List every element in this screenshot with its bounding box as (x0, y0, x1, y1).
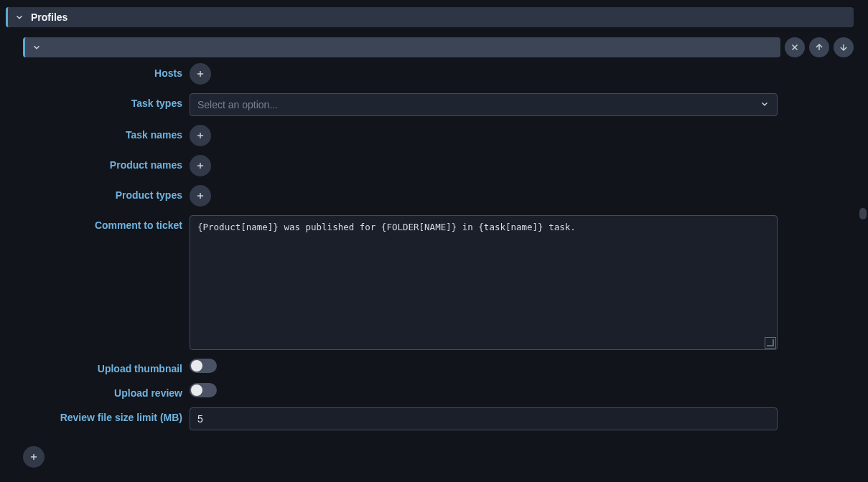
comment-textarea[interactable]: {Product[name]} was published for {FOLDE… (190, 215, 778, 350)
scrollbar-thumb[interactable] (859, 208, 867, 219)
upload-thumbnail-label: Upload thumbnail (23, 359, 190, 374)
review-limit-label: Review file size limit (MB) (23, 407, 190, 423)
product-names-label: Product names (23, 155, 190, 171)
profile-item-header[interactable] (23, 37, 780, 57)
task-types-label: Task types (23, 93, 190, 109)
add-product-name-button[interactable] (190, 155, 211, 176)
add-host-button[interactable] (190, 63, 211, 85)
select-placeholder: Select an option... (197, 99, 278, 110)
chevron-down-icon (8, 12, 31, 22)
upload-review-label: Upload review (23, 383, 190, 399)
profiles-section-header[interactable]: Profiles (6, 7, 854, 27)
scrollbar-track[interactable] (858, 0, 868, 482)
section-title: Profiles (31, 11, 67, 23)
upload-thumbnail-toggle[interactable] (190, 359, 217, 373)
move-down-button[interactable] (834, 37, 854, 57)
add-task-name-button[interactable] (190, 125, 211, 146)
profile-form: Hosts Task types Select an option... (23, 63, 778, 476)
review-limit-input[interactable]: 5 (190, 407, 778, 430)
task-types-select[interactable]: Select an option... (190, 93, 778, 116)
chevron-down-icon (25, 42, 48, 52)
move-up-button[interactable] (809, 37, 829, 57)
product-types-label: Product types (23, 185, 190, 201)
add-product-type-button[interactable] (190, 185, 211, 207)
task-names-label: Task names (23, 125, 190, 141)
add-profile-button[interactable] (23, 446, 45, 468)
upload-review-toggle[interactable] (190, 383, 217, 397)
chevron-down-icon (760, 99, 770, 111)
comment-label: Comment to ticket (23, 215, 190, 231)
remove-profile-button[interactable] (785, 37, 805, 57)
hosts-label: Hosts (23, 63, 190, 79)
